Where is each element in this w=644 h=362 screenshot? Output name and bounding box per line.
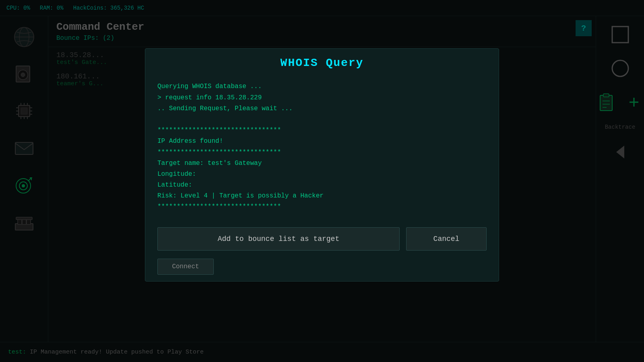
dialog-line-10: Latitude: [157,180,487,191]
dialog-line-5: ******************************** [157,125,487,136]
connect-button[interactable]: Connect [157,259,214,275]
dialog-overlay: WHOIS Query Querying WHOIS database ... … [0,0,644,362]
dialog-line-1: Querying WHOIS database ... [157,81,487,92]
dialog-line-6: IP Address found! [157,136,487,147]
add-to-bounce-button[interactable]: Add to bounce list as target [157,227,400,251]
dialog-body: Querying WHOIS database ... > request in… [145,77,499,220]
cancel-button[interactable]: Cancel [406,227,487,251]
whois-dialog: WHOIS Query Querying WHOIS database ... … [145,48,499,281]
dialog-line-8: Target name: test's Gateway [157,158,487,169]
dialog-line-11: Risk: Level 4 | Target is possibly a Hac… [157,191,487,202]
dialog-line-3: .. Sending Request, Please wait ... [157,103,487,114]
dialog-line-2: > request info 18.35.28.229 [157,93,487,103]
dialog-line-7: ******************************** [157,147,487,158]
dialog-title: WHOIS Query [145,49,499,77]
dialog-actions: Add to bounce list as target Cancel [145,221,499,259]
dialog-line-4 [157,114,487,125]
dialog-line-9: Longitude: [157,169,487,180]
dialog-line-12: ******************************** [157,202,487,212]
